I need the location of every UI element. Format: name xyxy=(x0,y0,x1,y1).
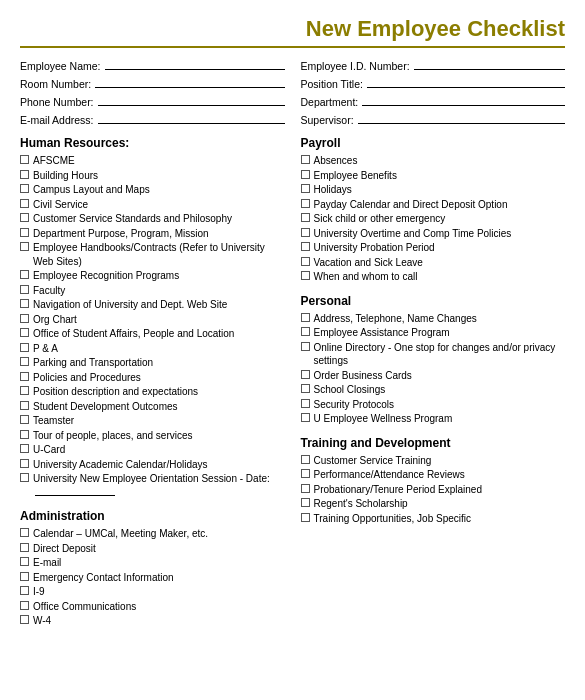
phone-label: Phone Number: xyxy=(20,96,94,108)
list-item: Employee Handbooks/Contracts (Refer to U… xyxy=(20,241,285,268)
human-resources-section: Human Resources: AFSCMEBuilding HoursCam… xyxy=(20,136,285,499)
item-label: P & A xyxy=(33,342,285,356)
item-label: AFSCME xyxy=(33,154,285,168)
checkbox-icon[interactable] xyxy=(20,314,29,323)
list-item: Sick child or other emergency xyxy=(301,212,566,226)
phone-field: Phone Number: xyxy=(20,94,285,108)
checkbox-icon[interactable] xyxy=(301,513,310,522)
item-label: Employee Recognition Programs xyxy=(33,269,285,283)
list-item: Customer Service Standards and Philosoph… xyxy=(20,212,285,226)
list-item: Navigation of University and Dept. Web S… xyxy=(20,298,285,312)
checkbox-icon[interactable] xyxy=(20,372,29,381)
list-item: Employee Recognition Programs xyxy=(20,269,285,283)
checkbox-icon[interactable] xyxy=(301,469,310,478)
list-item: Civil Service xyxy=(20,198,285,212)
employee-name-underline xyxy=(105,58,285,70)
checkbox-icon[interactable] xyxy=(20,543,29,552)
checkbox-icon[interactable] xyxy=(301,155,310,164)
checkbox-icon[interactable] xyxy=(301,399,310,408)
checkbox-icon[interactable] xyxy=(301,257,310,266)
checkbox-icon[interactable] xyxy=(20,430,29,439)
list-item: W-4 xyxy=(20,614,285,628)
checkbox-icon[interactable] xyxy=(20,285,29,294)
checkbox-icon[interactable] xyxy=(20,557,29,566)
item-label: Position description and expectations xyxy=(33,385,285,399)
checkbox-icon[interactable] xyxy=(20,184,29,193)
checkbox-icon[interactable] xyxy=(20,459,29,468)
checkbox-icon[interactable] xyxy=(301,184,310,193)
item-label: School Closings xyxy=(314,383,566,397)
item-label: U-Card xyxy=(33,443,285,457)
checkbox-icon[interactable] xyxy=(301,199,310,208)
checkbox-icon[interactable] xyxy=(20,401,29,410)
payroll-title: Payroll xyxy=(301,136,566,150)
checkbox-icon[interactable] xyxy=(301,484,310,493)
checkbox-icon[interactable] xyxy=(20,586,29,595)
item-label: Employee Assistance Program xyxy=(314,326,566,340)
checkbox-icon[interactable] xyxy=(20,615,29,624)
checkbox-icon[interactable] xyxy=(20,386,29,395)
list-item: Employee Benefits xyxy=(301,169,566,183)
list-item: Position description and expectations xyxy=(20,385,285,399)
list-item: I-9 xyxy=(20,585,285,599)
payroll-section: Payroll AbsencesEmployee BenefitsHoliday… xyxy=(301,136,566,284)
checkbox-icon[interactable] xyxy=(20,299,29,308)
checkbox-icon[interactable] xyxy=(301,228,310,237)
list-item: When and whom to call xyxy=(301,270,566,284)
checkbox-icon[interactable] xyxy=(20,328,29,337)
checkbox-icon[interactable] xyxy=(301,242,310,251)
checkbox-icon[interactable] xyxy=(20,170,29,179)
item-label: Performance/Attendance Reviews xyxy=(314,468,566,482)
item-label: Direct Deposit xyxy=(33,542,285,556)
checkbox-icon[interactable] xyxy=(301,384,310,393)
checkbox-icon[interactable] xyxy=(301,455,310,464)
checkbox-icon[interactable] xyxy=(20,228,29,237)
checkbox-icon[interactable] xyxy=(301,170,310,179)
checkbox-icon[interactable] xyxy=(20,155,29,164)
item-label: Campus Layout and Maps xyxy=(33,183,285,197)
room-number-field: Room Number: xyxy=(20,76,285,90)
list-item: Customer Service Training xyxy=(301,454,566,468)
item-label: Office Communications xyxy=(33,600,285,614)
checkbox-icon[interactable] xyxy=(20,415,29,424)
payroll-list: AbsencesEmployee BenefitsHolidaysPayday … xyxy=(301,154,566,284)
item-label: Absences xyxy=(314,154,566,168)
checkbox-icon[interactable] xyxy=(301,370,310,379)
checkbox-icon[interactable] xyxy=(301,498,310,507)
checkbox-icon[interactable] xyxy=(20,270,29,279)
checkbox-icon[interactable] xyxy=(301,213,310,222)
item-label: Employee Handbooks/Contracts (Refer to U… xyxy=(33,241,285,268)
email-underline xyxy=(98,112,285,124)
checkbox-icon[interactable] xyxy=(20,572,29,581)
checkbox-icon[interactable] xyxy=(20,343,29,352)
item-label: Training Opportunities, Job Specific xyxy=(314,512,566,526)
item-label: I-9 xyxy=(33,585,285,599)
list-item: U Employee Wellness Program xyxy=(301,412,566,426)
main-content: Human Resources: AFSCMEBuilding HoursCam… xyxy=(20,136,565,638)
list-item: University Overtime and Comp Time Polici… xyxy=(301,227,566,241)
checkbox-icon[interactable] xyxy=(20,473,29,482)
list-item: Absences xyxy=(301,154,566,168)
checkbox-icon[interactable] xyxy=(20,242,29,251)
checkbox-icon[interactable] xyxy=(301,313,310,322)
employee-id-field: Employee I.D. Number: xyxy=(301,58,566,72)
item-label: Customer Service Standards and Philosoph… xyxy=(33,212,285,226)
list-item: University Academic Calendar/Holidays xyxy=(20,458,285,472)
list-item: University New Employee Orientation Sess… xyxy=(20,472,285,499)
checkbox-icon[interactable] xyxy=(301,413,310,422)
checkbox-icon[interactable] xyxy=(20,357,29,366)
checkbox-icon[interactable] xyxy=(20,601,29,610)
item-label: Student Development Outcomes xyxy=(33,400,285,414)
list-item: School Closings xyxy=(301,383,566,397)
list-item: University Probation Period xyxy=(301,241,566,255)
checkbox-icon[interactable] xyxy=(20,528,29,537)
human-resources-title: Human Resources: xyxy=(20,136,285,150)
item-label: Tour of people, places, and services xyxy=(33,429,285,443)
checkbox-icon[interactable] xyxy=(301,342,310,351)
checkbox-icon[interactable] xyxy=(20,213,29,222)
checkbox-icon[interactable] xyxy=(301,271,310,280)
checkbox-icon[interactable] xyxy=(301,327,310,336)
checkbox-icon[interactable] xyxy=(20,199,29,208)
checkbox-icon[interactable] xyxy=(20,444,29,453)
supervisor-label: Supervisor: xyxy=(301,114,354,126)
